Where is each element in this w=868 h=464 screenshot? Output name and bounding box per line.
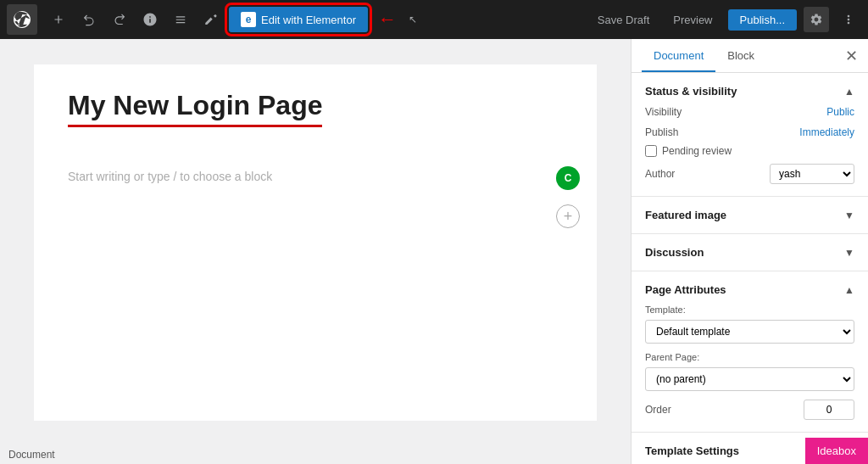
- editor-content: My New Login Page C Start writing or typ…: [34, 64, 597, 421]
- publish-value[interactable]: Immediately: [799, 126, 854, 138]
- page-attributes-title: Page Attributes: [645, 283, 726, 296]
- author-row: Author yash: [645, 164, 854, 184]
- pending-review-label: Pending review: [662, 145, 732, 157]
- publish-label: Publish: [645, 126, 678, 138]
- sidebar-close-button[interactable]: ✕: [845, 47, 858, 65]
- toolbar-right-actions: Save Draft Preview Publish...: [589, 7, 861, 32]
- discussion-header[interactable]: Discussion ▼: [645, 246, 854, 259]
- page-title[interactable]: My New Login Page: [68, 90, 322, 127]
- sidebar-tabs: Document Block ✕: [632, 39, 868, 73]
- ideabox-button[interactable]: Ideabox: [805, 438, 868, 464]
- pending-review-checkbox[interactable]: [645, 145, 657, 157]
- order-row: Order: [645, 400, 854, 420]
- add-block-inline-button[interactable]: +: [556, 204, 580, 228]
- publish-button[interactable]: Publish...: [728, 9, 797, 31]
- discussion-section: Discussion ▼: [632, 234, 868, 271]
- author-label: Author: [645, 168, 675, 180]
- visibility-row: Visibility Public: [645, 106, 854, 118]
- status-visibility-header[interactable]: Status & visibility ▲: [645, 85, 854, 98]
- publish-row: Publish Immediately: [645, 126, 854, 138]
- list-view-button[interactable]: [168, 7, 193, 32]
- featured-image-header[interactable]: Featured image ▼: [645, 209, 854, 221]
- page-attributes-section: Page Attributes ▲ Template: Default temp…: [632, 271, 868, 433]
- order-label: Order: [645, 404, 671, 416]
- add-block-toolbar-button[interactable]: [46, 7, 71, 32]
- toolbar: e Edit with Elementor ← ↖ Save Draft Pre…: [0, 0, 868, 39]
- page-attributes-header[interactable]: Page Attributes ▲: [645, 283, 854, 296]
- block-placeholder[interactable]: Start writing or type / to choose a bloc…: [68, 170, 563, 183]
- info-button[interactable]: [137, 7, 163, 32]
- parent-page-select[interactable]: (no parent): [645, 367, 854, 391]
- status-visibility-section: Status & visibility ▲ Visibility Public …: [632, 73, 868, 197]
- featured-image-title: Featured image: [645, 209, 726, 221]
- status-visibility-title: Status & visibility: [645, 85, 737, 98]
- main-layout: My New Login Page C Start writing or typ…: [0, 39, 868, 464]
- discussion-title: Discussion: [645, 246, 704, 259]
- tab-block[interactable]: Block: [715, 39, 766, 72]
- author-select[interactable]: yash: [770, 164, 854, 184]
- red-arrow-indicator: ←: [378, 8, 397, 31]
- order-input[interactable]: [804, 400, 854, 420]
- sidebar: Document Block ✕ Status & visibility ▲ V…: [631, 39, 868, 464]
- undo-button[interactable]: [76, 7, 102, 32]
- template-select[interactable]: Default template: [645, 320, 854, 344]
- template-label: Template:: [645, 305, 854, 315]
- edit-button[interactable]: [198, 7, 224, 32]
- visibility-value[interactable]: Public: [826, 106, 854, 118]
- edit-with-elementor-button[interactable]: e Edit with Elementor: [229, 7, 368, 32]
- editor-area: My New Login Page C Start writing or typ…: [0, 39, 631, 464]
- pending-review-row: Pending review: [645, 145, 854, 157]
- featured-image-chevron-down-icon: ▼: [844, 210, 854, 221]
- more-options-button[interactable]: [836, 7, 861, 32]
- page-attributes-chevron-up-icon: ▲: [844, 284, 854, 296]
- cursor-indicator: ↖: [409, 14, 417, 25]
- footer-document-label: Document: [0, 445, 64, 464]
- template-settings-title: Template Settings: [645, 444, 739, 457]
- wp-logo[interactable]: [7, 4, 37, 35]
- featured-image-section: Featured image ▼: [632, 197, 868, 234]
- chevron-up-icon: ▲: [844, 86, 854, 98]
- elementor-icon: e: [241, 12, 256, 27]
- settings-gear-button[interactable]: [804, 7, 829, 32]
- parent-page-label: Parent Page:: [645, 352, 854, 362]
- visibility-label: Visibility: [645, 106, 682, 118]
- redo-button[interactable]: [107, 7, 132, 32]
- save-draft-button[interactable]: Save Draft: [589, 10, 658, 30]
- preview-button[interactable]: Preview: [665, 10, 721, 30]
- discussion-chevron-down-icon: ▼: [844, 247, 854, 259]
- tab-document[interactable]: Document: [642, 39, 715, 72]
